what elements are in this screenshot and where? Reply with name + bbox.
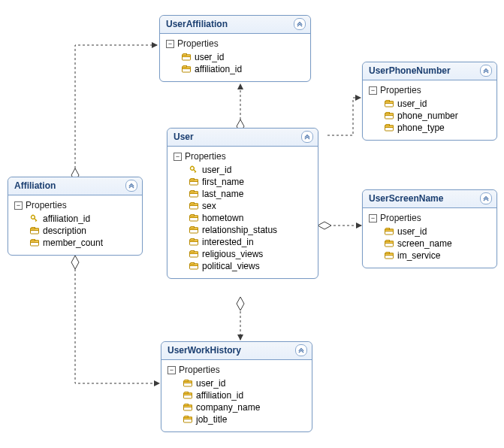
- property-political-views[interactable]: political_views: [174, 260, 312, 272]
- property-affiliation-id[interactable]: affiliation_id: [166, 63, 304, 75]
- property-icon: [183, 415, 193, 424]
- minus-icon[interactable]: [369, 214, 377, 222]
- svg-rect-24: [191, 179, 195, 180]
- entity-title: UserScreenName: [369, 193, 443, 204]
- minus-icon[interactable]: [369, 86, 377, 95]
- property-last-name[interactable]: last_name: [174, 188, 312, 200]
- property-member-count[interactable]: member_count: [14, 237, 136, 249]
- property-user-id[interactable]: user_id: [166, 51, 304, 63]
- property-icon: [384, 239, 394, 248]
- svg-rect-6: [183, 54, 187, 56]
- svg-rect-42: [191, 251, 195, 253]
- property-icon: [29, 238, 40, 247]
- property-hometown[interactable]: hometown: [174, 212, 312, 224]
- property-user-id[interactable]: user_id: [369, 226, 490, 238]
- svg-rect-15: [386, 113, 390, 114]
- key-icon: [189, 165, 199, 174]
- properties-section[interactable]: Properties: [369, 213, 490, 223]
- property-label: user_id: [397, 98, 427, 109]
- svg-rect-30: [191, 203, 195, 204]
- entity-header[interactable]: UserScreenName: [363, 190, 496, 208]
- property-icon: [183, 379, 193, 388]
- property-affiliation-id[interactable]: affiliation_id: [167, 389, 306, 401]
- property-user-id[interactable]: user_id: [174, 164, 312, 176]
- property-icon: [384, 99, 394, 108]
- svg-rect-12: [386, 101, 390, 102]
- collapse-icon[interactable]: [480, 192, 492, 204]
- collapse-icon[interactable]: [480, 65, 492, 77]
- entity-userphonenumber[interactable]: UserPhoneNumber Properties user_idphone_…: [362, 62, 497, 141]
- property-label: description: [43, 226, 86, 236]
- property-user-id[interactable]: user_id: [369, 98, 490, 110]
- property-phone-type[interactable]: phone_type: [369, 122, 490, 134]
- property-list: affiliation_iddescriptionmember_count: [14, 213, 136, 249]
- property-screen-name[interactable]: screen_name: [369, 238, 490, 250]
- entity-header[interactable]: UserPhoneNumber: [363, 62, 496, 80]
- entity-affiliation[interactable]: Affiliation Properties affiliation_iddes…: [8, 177, 143, 256]
- property-interested-in[interactable]: interested_in: [174, 236, 312, 248]
- svg-rect-45: [191, 263, 195, 265]
- property-company-name[interactable]: company_name: [167, 401, 306, 413]
- entity-user[interactable]: User Properties user_idfirst_namelast_na…: [167, 128, 318, 279]
- property-job-title[interactable]: job_title: [167, 413, 306, 425]
- property-icon: [29, 226, 40, 235]
- svg-rect-18: [386, 125, 390, 126]
- property-user-id[interactable]: user_id: [167, 377, 306, 389]
- minus-icon[interactable]: [174, 153, 182, 161]
- properties-section[interactable]: Properties: [174, 151, 312, 162]
- section-label: Properties: [179, 365, 220, 375]
- property-affiliation-id[interactable]: affiliation_id: [14, 213, 136, 225]
- section-label: Properties: [380, 213, 421, 223]
- property-label: user_id: [196, 378, 225, 389]
- svg-rect-33: [191, 215, 195, 216]
- property-label: affiliation_id: [195, 64, 242, 74]
- entity-header[interactable]: UserWorkHistory: [161, 342, 312, 360]
- property-label: affiliation_id: [43, 213, 90, 224]
- property-first-name[interactable]: first_name: [174, 176, 312, 188]
- property-label: member_count: [43, 238, 103, 248]
- svg-rect-69: [185, 392, 189, 394]
- property-phone-number[interactable]: phone_number: [369, 110, 490, 122]
- entity-header[interactable]: Affiliation: [8, 177, 142, 195]
- collapse-icon[interactable]: [294, 18, 306, 30]
- property-label: screen_name: [397, 238, 452, 249]
- property-sex[interactable]: sex: [174, 200, 312, 212]
- svg-rect-60: [386, 241, 390, 242]
- entity-header[interactable]: UserAffiliation: [160, 16, 310, 34]
- properties-section[interactable]: Properties: [167, 365, 306, 375]
- property-label: interested_in: [202, 237, 254, 247]
- entity-title: UserAffiliation: [166, 19, 228, 29]
- properties-section[interactable]: Properties: [14, 200, 136, 210]
- entity-userworkhistory[interactable]: UserWorkHistory Properties user_idaffili…: [161, 341, 312, 432]
- property-label: phone_type: [397, 123, 445, 133]
- entity-userscreenname[interactable]: UserScreenName Properties user_idscreen_…: [362, 189, 497, 268]
- properties-section[interactable]: Properties: [166, 38, 304, 49]
- property-icon: [181, 65, 192, 74]
- property-relationship-status[interactable]: relationship_status: [174, 224, 312, 236]
- minus-icon[interactable]: [14, 201, 23, 210]
- entity-body: Properties user_idfirst_namelast_namesex…: [167, 147, 318, 278]
- property-icon: [189, 262, 199, 271]
- svg-rect-27: [191, 191, 195, 192]
- property-icon: [189, 226, 199, 235]
- property-label: religious_views: [202, 249, 263, 259]
- collapse-icon[interactable]: [125, 180, 137, 192]
- property-icon: [189, 201, 199, 210]
- entity-useraffiliation[interactable]: UserAffiliation Properties user_idaffili…: [159, 15, 311, 82]
- collapse-icon[interactable]: [295, 344, 307, 356]
- property-label: affiliation_id: [196, 390, 243, 401]
- property-description[interactable]: description: [14, 225, 136, 237]
- minus-icon[interactable]: [166, 40, 174, 48]
- section-label: Properties: [185, 151, 226, 162]
- property-im-service[interactable]: im_service: [369, 250, 490, 262]
- properties-section[interactable]: Properties: [369, 85, 490, 95]
- minus-icon[interactable]: [167, 366, 176, 374]
- svg-rect-9: [183, 66, 187, 68]
- section-label: Properties: [380, 85, 421, 95]
- property-list: user_idaffiliation_id: [166, 51, 304, 75]
- property-list: user_idfirst_namelast_namesexhometownrel…: [174, 164, 312, 272]
- collapse-icon[interactable]: [301, 131, 313, 143]
- entity-header[interactable]: User: [167, 129, 318, 147]
- property-list: user_idphone_numberphone_type: [369, 98, 490, 134]
- property-religious-views[interactable]: religious_views: [174, 248, 312, 260]
